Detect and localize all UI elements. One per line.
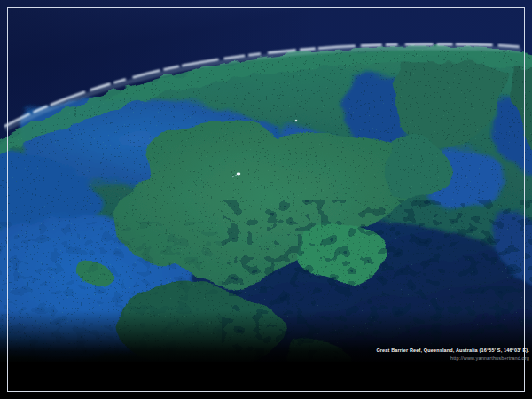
small-boat-marker (295, 120, 298, 122)
photo-caption: Great Barrier Reef, Queensland, Australi… (376, 347, 529, 363)
caption-title: Great Barrier Reef, Queensland, Australi… (376, 347, 529, 355)
reef-photo (0, 0, 532, 399)
caption-url: http://www.yannarthusbertrand.org (376, 355, 529, 363)
wallpaper: Great Barrier Reef, Queensland, Australi… (0, 0, 532, 399)
